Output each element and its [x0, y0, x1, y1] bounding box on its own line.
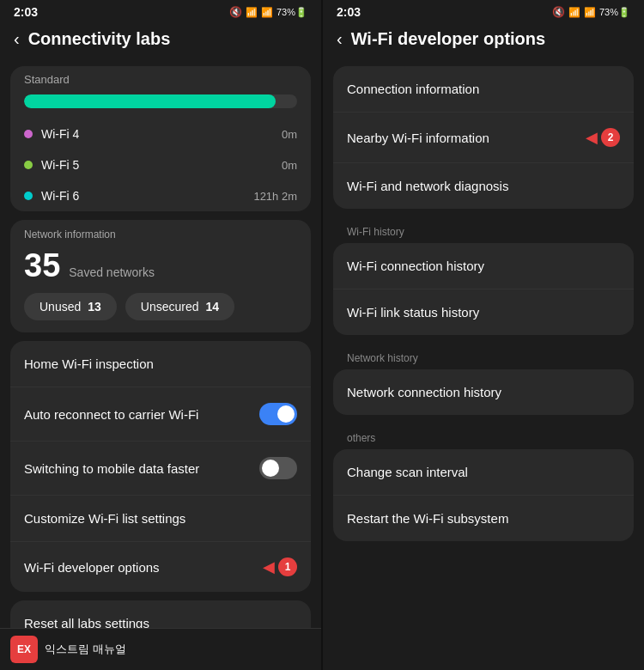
wifi6-time: 121h 2m	[253, 190, 297, 203]
unsecured-badge: Unsecured 14	[125, 293, 234, 320]
status-bar-right: 2:03 🔇 📶 📶 73%🔋	[323, 0, 644, 22]
progress-bar-wrap	[10, 91, 311, 119]
customize-text: Customize Wi-Fi list settings	[24, 511, 185, 526]
wifi-item-6: Wi-Fi 6 121h 2m	[10, 180, 311, 211]
menu-item-home-wifi[interactable]: Home Wi-Fi inspection	[10, 341, 311, 387]
wifi4-time: 0m	[282, 128, 297, 141]
wifi-conn-history-text: Wi-Fi connection history	[347, 259, 484, 273]
unsecured-badge-label: Unsecured	[141, 300, 199, 314]
wifi-history-label: Wi-Fi history	[333, 217, 634, 243]
mobile-data-knob	[262, 460, 279, 477]
status-icons-right: 🔇 📶 📶 73%🔋	[552, 6, 630, 18]
menu-item-mobile-data[interactable]: Switching to mobile data faster	[10, 441, 311, 495]
unused-badge-count: 13	[88, 300, 101, 314]
wifi6-name: Wi-Fi 6	[41, 189, 79, 203]
wifi5-time: 0m	[282, 159, 297, 172]
watermark-logo: EX	[10, 636, 38, 663]
nearby-wifi-right: ◀ 2	[580, 128, 620, 147]
status-icons-left: 🔇 📶 📶 73%🔋	[229, 6, 307, 18]
status-bar-left: 2:03 🔇 📶 📶 73%🔋	[0, 0, 321, 22]
menu-item-wifi-link-history[interactable]: Wi-Fi link status history	[333, 289, 634, 335]
unused-badge-label: Unused	[39, 300, 81, 314]
others-label: others	[333, 423, 634, 449]
menu-item-connection-info[interactable]: Connection information	[333, 66, 634, 112]
wifi5-name: Wi-Fi 5	[41, 158, 79, 172]
scan-interval-text: Change scan interval	[347, 465, 468, 479]
right-panel: 2:03 🔇 📶 📶 73%🔋 ‹ Wi-Fi developer option…	[323, 0, 644, 670]
wifi-item-5: Wi-Fi 5 0m	[10, 149, 311, 180]
unsecured-badge-count: 14	[206, 300, 220, 314]
developer-options-text: Wi-Fi developer options	[24, 560, 160, 575]
right-section-2: Wi-Fi connection history Wi-Fi link stat…	[333, 243, 634, 335]
connection-info-text: Connection information	[347, 82, 479, 96]
watermark-logo-text: EX	[17, 643, 31, 655]
right-section-3: Network connection history	[333, 369, 634, 415]
saved-networks-row: 35 Saved networks	[10, 244, 311, 293]
watermark: EX 익스트림 매뉴얼	[0, 628, 321, 670]
menu-item-nearby-wifi[interactable]: Nearby Wi-Fi information ◀ 2	[333, 112, 634, 162]
watermark-text: 익스트림 매뉴얼	[45, 642, 126, 657]
status-time-right: 2:03	[337, 5, 361, 19]
nearby-wifi-arrow-icon: ◀	[586, 128, 598, 147]
unused-badge: Unused 13	[24, 293, 117, 320]
left-panel: 2:03 🔇 📶 📶 73%🔋 ‹ Connectivity labs Stan…	[0, 0, 321, 670]
network-history-label: Network history	[333, 344, 634, 369]
page-title-left: Connectivity labs	[28, 29, 171, 49]
auto-reconnect-text: Auto reconnect to carrier Wi-Fi	[24, 407, 198, 422]
menu-item-customize[interactable]: Customize Wi-Fi list settings	[10, 495, 311, 541]
right-section-1: Connection information Nearby Wi-Fi info…	[333, 66, 634, 209]
auto-reconnect-knob	[277, 405, 295, 423]
back-button-right[interactable]: ‹	[337, 29, 343, 49]
menu-item-reset[interactable]: Reset all labs settings	[10, 600, 311, 628]
badges-row: Unused 13 Unsecured 14	[10, 293, 311, 332]
home-wifi-text: Home Wi-Fi inspection	[24, 356, 154, 371]
wifi4-dot	[24, 130, 33, 138]
progress-bar-bg	[24, 94, 297, 108]
standard-card: Standard Wi-Fi 4 0m Wi-Fi 5 0m	[10, 66, 311, 211]
nearby-wifi-text: Nearby Wi-Fi information	[347, 131, 489, 145]
left-content: Standard Wi-Fi 4 0m Wi-Fi 5 0m	[0, 59, 321, 628]
network-conn-history-text: Network connection history	[347, 385, 501, 399]
signal-icon-right: 📶	[568, 7, 580, 18]
wifi-diag-text: Wi-Fi and network diagnosis	[347, 179, 508, 193]
menu-card: Home Wi-Fi inspection Auto reconnect to …	[10, 341, 311, 592]
developer-options-arrow-icon: ◀	[263, 557, 275, 576]
mute-icon: 🔇	[229, 6, 242, 18]
network-info-card: Network information 35 Saved networks Un…	[10, 220, 311, 332]
standard-label: Standard	[10, 66, 311, 91]
back-button-left[interactable]: ‹	[14, 29, 20, 49]
left-header: ‹ Connectivity labs	[0, 22, 321, 59]
restart-wifi-text: Restart the Wi-Fi subsystem	[347, 511, 508, 526]
menu-item-wifi-conn-history[interactable]: Wi-Fi connection history	[333, 243, 634, 289]
nearby-wifi-badge: 2	[601, 128, 620, 147]
status-time-left: 2:03	[14, 5, 38, 19]
wifi6-dot	[24, 192, 33, 200]
signal-icon: 📶	[246, 7, 258, 18]
wifi5-dot	[24, 161, 33, 169]
wifi-item-4: Wi-Fi 4 0m	[10, 119, 311, 149]
wifi-link-history-text: Wi-Fi link status history	[347, 305, 479, 320]
wifi-icon: 📶	[261, 7, 273, 18]
developer-options-right: ◀ 1	[258, 557, 297, 576]
menu-item-restart-wifi[interactable]: Restart the Wi-Fi subsystem	[333, 495, 634, 541]
menu-item-scan-interval[interactable]: Change scan interval	[333, 449, 634, 495]
wifi-icon-right: 📶	[584, 7, 596, 18]
right-section-4: Change scan interval Restart the Wi-Fi s…	[333, 449, 634, 541]
menu-item-network-conn-history[interactable]: Network connection history	[333, 369, 634, 415]
right-content: Connection information Nearby Wi-Fi info…	[323, 59, 644, 670]
wifi4-name: Wi-Fi 4	[41, 127, 79, 141]
network-info-label: Network information	[10, 220, 311, 244]
developer-options-badge: 1	[278, 557, 297, 576]
reset-card: Reset all labs settings	[10, 600, 311, 628]
menu-item-developer-options[interactable]: Wi-Fi developer options ◀ 1	[10, 541, 311, 592]
saved-label: Saved networks	[69, 265, 155, 279]
auto-reconnect-toggle[interactable]	[259, 403, 297, 425]
progress-bar-fill	[24, 94, 276, 108]
saved-count: 35	[24, 247, 60, 284]
battery-text: 73%🔋	[276, 7, 307, 18]
mobile-data-toggle[interactable]	[259, 457, 297, 479]
menu-item-auto-reconnect[interactable]: Auto reconnect to carrier Wi-Fi	[10, 387, 311, 441]
battery-text-right: 73%🔋	[599, 7, 630, 18]
menu-item-wifi-diag[interactable]: Wi-Fi and network diagnosis	[333, 162, 634, 209]
mobile-data-text: Switching to mobile data faster	[24, 461, 199, 476]
